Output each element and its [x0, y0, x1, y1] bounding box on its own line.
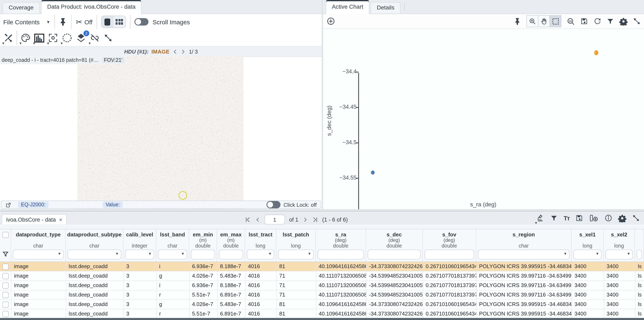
table-cell: 71 — [277, 281, 316, 290]
tab-data-product[interactable]: Data Product: ivoa.ObsCore - data — [41, 0, 142, 14]
unlink-button[interactable]: ▼ — [90, 33, 100, 43]
data-point-blue[interactable] — [371, 171, 375, 175]
column-filter-dataproduct_subtype[interactable]: ▼ — [68, 250, 121, 259]
column-filter-calib_level[interactable]: ▼ — [125, 250, 154, 259]
column-header-dataproduct_subtype[interactable]: dataproduct_subtypechar▼ — [66, 229, 123, 261]
column-filter-s_ra[interactable] — [318, 250, 364, 259]
inspect-microscope-button[interactable]: ▼ — [536, 214, 545, 222]
scroll-images-toggle[interactable] — [134, 18, 148, 26]
grid-view-button[interactable] — [114, 16, 126, 28]
popout-button[interactable] — [5, 202, 12, 208]
table-row[interactable]: imagelsst.deep_coadd3g4.026e-75.483e-740… — [0, 271, 644, 281]
info-button[interactable] — [604, 214, 612, 222]
cutout-button[interactable]: ✂ Off — [76, 17, 92, 27]
single-view-button[interactable] — [102, 16, 114, 28]
column-filter-lsst_tract[interactable]: ▼ — [247, 250, 274, 259]
row-checkbox[interactable] — [2, 263, 9, 270]
hdu-next-button[interactable] — [181, 48, 186, 55]
column-header-s_region[interactable]: s_regionchar▼ — [476, 229, 572, 261]
row-checkbox[interactable] — [2, 273, 9, 279]
add-column-button[interactable] — [589, 214, 599, 222]
filter-table-button[interactable] — [550, 214, 558, 222]
column-filter-s_dec[interactable] — [368, 250, 421, 259]
pan-hand-tool[interactable] — [538, 16, 550, 27]
add-chart-button[interactable] — [326, 17, 335, 26]
row-checkbox[interactable] — [2, 282, 9, 288]
layers-button[interactable]: 2 — [76, 33, 86, 43]
histogram-stretch-button[interactable]: ▼ — [34, 33, 44, 43]
save-chart-button[interactable] — [580, 17, 588, 25]
column-filter-em_max[interactable] — [219, 250, 243, 259]
last-page-button[interactable] — [312, 216, 318, 223]
column-filter-s_fov[interactable] — [424, 250, 474, 259]
hdu-prev-button[interactable] — [172, 48, 178, 55]
tab-table-obscore[interactable]: ivoa.ObsCore - data × — [2, 214, 67, 224]
panel-splitter[interactable] — [0, 209, 644, 212]
expand-chart-button[interactable] — [633, 17, 641, 25]
column-header-s_ra[interactable]: s_ra(deg)double — [316, 229, 366, 261]
row-checkbox[interactable] — [2, 311, 9, 317]
column-header-lsst_tract[interactable]: lsst_tractlong▼ — [245, 229, 276, 261]
chevron-down-icon: ▼ — [148, 252, 152, 256]
select-region-button[interactable]: ▼ — [62, 33, 72, 43]
column-header-dataproduct_type[interactable]: dataproduct_typechar▼ — [11, 229, 66, 261]
scatter-chart[interactable]: −34.4 −34.45 −34.5 −34.55 40.111 40.1105… — [323, 29, 644, 209]
recenter-button[interactable]: ▼ — [48, 33, 58, 43]
row-checkbox[interactable] — [2, 301, 9, 307]
table-row[interactable]: imagelsst.deep_coadd3r5.51e-76.891e-7401… — [0, 309, 644, 318]
column-header-lsst_patch[interactable]: lsst_patchlong▼ — [276, 229, 316, 261]
column-filter-lsst_band[interactable]: ▼ — [158, 250, 187, 259]
click-lock-toggle[interactable] — [267, 201, 281, 208]
table-row[interactable]: imagelsst.deep_coadd3i6.936e-78.188e-740… — [0, 262, 644, 271]
zoom-in-tool[interactable] — [527, 16, 538, 27]
tab-details[interactable]: Details — [371, 2, 401, 14]
box-select-tool[interactable] — [550, 16, 561, 27]
prev-page-button[interactable] — [255, 216, 260, 223]
column-filter-clipped[interactable] — [636, 250, 642, 259]
row-checkbox[interactable] — [2, 292, 9, 298]
page-number-input[interactable] — [264, 215, 285, 224]
column-filter-s_xel2[interactable]: ▼ — [605, 250, 633, 259]
column-header-em_max[interactable]: em_max(m)double — [217, 229, 245, 261]
pin-chart-button[interactable] — [514, 17, 521, 25]
tab-coverage[interactable]: Coverage — [2, 2, 40, 14]
text-view-button[interactable]: Tᴛ — [564, 215, 570, 222]
close-icon[interactable]: × — [59, 215, 62, 224]
column-header-s_fov[interactable]: s_fov(deg)double — [423, 229, 476, 261]
chart-settings-button[interactable] — [619, 17, 628, 25]
column-header-calib_level[interactable]: calib_levelinteger▼ — [123, 229, 156, 261]
column-header-s_dec[interactable]: s_dec(deg)double — [366, 229, 423, 261]
svg-text:1X: 1X — [569, 20, 572, 23]
tab-active-chart[interactable]: Active Chart — [326, 0, 370, 14]
column-filter-s_region[interactable]: ▼ — [478, 250, 570, 259]
select-all-checkbox[interactable] — [2, 232, 8, 238]
table-settings-button[interactable] — [618, 214, 626, 222]
first-page-button[interactable] — [245, 216, 251, 223]
tools-button[interactable]: ▼ — [3, 33, 13, 43]
column-header-s_xel2[interactable]: s_xel2long▼ — [604, 229, 635, 261]
file-contents-dropdown[interactable]: File Contents — [3, 18, 40, 25]
expand-table-button[interactable] — [632, 214, 640, 222]
color-palette-button[interactable]: ▼ — [20, 33, 30, 43]
column-filter-dataproduct_type[interactable]: ▼ — [13, 250, 64, 259]
table-row[interactable]: imagelsst.deep_coadd3g4.026e-75.483e-740… — [0, 300, 644, 309]
save-table-button[interactable] — [575, 214, 583, 222]
column-filter-em_min[interactable] — [191, 250, 215, 259]
filter-chart-button[interactable] — [606, 18, 614, 25]
column-header-lsst_band[interactable]: lsst_bandchar▼ — [156, 229, 189, 261]
column-header-clipped[interactable] — [635, 229, 644, 261]
column-header-s_xel1[interactable]: s_xel1long▼ — [572, 229, 604, 261]
data-point-selected[interactable] — [594, 50, 598, 55]
fits-image[interactable] — [77, 56, 244, 209]
column-filter-s_xel1[interactable]: ▼ — [573, 250, 602, 259]
column-header-em_min[interactable]: em_min(m)double — [189, 229, 217, 261]
expand-button[interactable] — [104, 33, 113, 42]
refresh-button[interactable] — [594, 17, 601, 25]
zoom-1x-button[interactable]: 1X — [567, 17, 575, 25]
table-row[interactable]: imagelsst.deep_coadd3r5.51e-76.891e-7401… — [0, 290, 644, 300]
table-bottom-scrollbar[interactable] — [0, 318, 644, 320]
column-filter-lsst_patch[interactable]: ▼ — [278, 250, 314, 259]
table-row[interactable]: imagelsst.deep_coadd3i6.936e-78.188e-740… — [0, 281, 644, 290]
next-page-button[interactable] — [302, 216, 308, 223]
pin-button[interactable] — [59, 17, 67, 26]
